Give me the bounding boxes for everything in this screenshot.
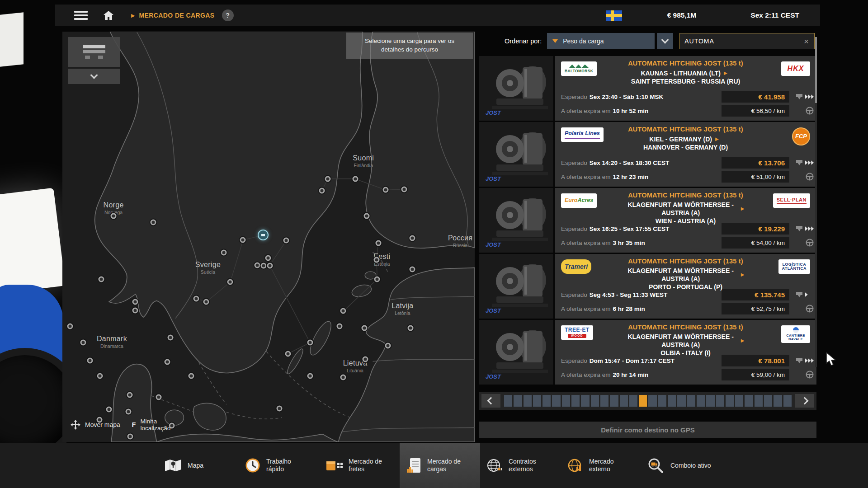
city-marker[interactable] (364, 213, 370, 219)
page-segment[interactable] (610, 395, 618, 407)
city-marker[interactable] (150, 220, 156, 225)
menu-icon[interactable] (74, 11, 88, 20)
page-segment[interactable] (726, 395, 734, 407)
city-marker[interactable] (407, 325, 413, 331)
city-marker[interactable] (227, 279, 233, 285)
cargo-offer[interactable]: JOST Trameri AUTOMATIC HITCHING JOST (13… (479, 254, 816, 319)
city-marker[interactable] (373, 257, 379, 263)
city-marker[interactable] (87, 358, 93, 364)
page-segment[interactable] (677, 395, 685, 407)
help-icon[interactable]: ? (222, 9, 234, 21)
page-segment[interactable] (542, 395, 551, 407)
city-marker[interactable] (203, 299, 209, 305)
offers-scrollbar[interactable] (815, 37, 817, 367)
page-segment[interactable] (524, 395, 532, 407)
city-marker[interactable] (383, 187, 389, 193)
city-marker[interactable] (261, 263, 267, 269)
map-panel[interactable]: NorgeNoruegaSverigeSuéciaSuomiFinlândiaE… (62, 32, 475, 442)
city-marker[interactable] (385, 343, 391, 348)
page-segment[interactable] (764, 395, 772, 407)
set-gps-destination-button[interactable]: Definir como destino no GPS (479, 422, 816, 438)
nav-item-contratos-externos[interactable]: Contratos externos (480, 443, 561, 488)
city-marker[interactable] (401, 186, 407, 192)
city-marker[interactable] (127, 392, 132, 398)
city-marker[interactable] (240, 237, 246, 243)
city-marker[interactable] (164, 359, 170, 365)
clear-search-icon[interactable]: × (803, 37, 810, 46)
city-marker[interactable] (410, 266, 415, 272)
page-segment[interactable] (639, 395, 647, 407)
city-marker[interactable] (125, 408, 131, 414)
city-marker[interactable] (67, 323, 73, 329)
scrollbar-thumb[interactable] (815, 37, 817, 103)
city-marker[interactable] (375, 240, 381, 246)
city-marker[interactable] (285, 351, 291, 357)
page-segment[interactable] (562, 395, 570, 407)
page-segment[interactable] (716, 395, 724, 407)
city-marker[interactable] (267, 263, 273, 268)
city-marker[interactable] (80, 340, 86, 346)
city-marker[interactable] (156, 394, 162, 400)
nav-item-mapa[interactable]: Mapa (158, 443, 239, 488)
page-segment[interactable] (514, 395, 522, 407)
page-segment[interactable] (687, 395, 695, 407)
page-segment[interactable] (774, 395, 782, 407)
player-location-marker[interactable] (258, 230, 269, 240)
page-segment[interactable] (648, 395, 656, 407)
sort-expand-button[interactable] (657, 33, 673, 49)
page-segment[interactable] (552, 395, 560, 407)
city-marker[interactable] (340, 375, 346, 380)
home-icon[interactable] (103, 10, 114, 20)
cargo-offer[interactable]: JOST BALTOMORSK AUTOMATIC HITCHING JOST … (479, 56, 816, 121)
city-marker[interactable] (167, 335, 173, 341)
city-marker[interactable] (97, 373, 103, 379)
nav-item-mercado-de-cargas[interactable]: Mercado de cargas (400, 443, 480, 488)
sort-dropdown[interactable]: Peso da carga (547, 33, 655, 49)
city-marker[interactable] (410, 235, 415, 241)
city-marker[interactable] (352, 176, 358, 182)
city-marker[interactable] (132, 299, 138, 305)
cargo-offer[interactable]: JOST TREE-ETWOOD AUTOMATIC HITCHING JOST… (479, 320, 816, 385)
city-marker[interactable] (325, 176, 331, 182)
city-marker[interactable] (374, 276, 380, 282)
page-segment[interactable] (755, 395, 763, 407)
city-marker[interactable] (340, 308, 346, 314)
page-segment[interactable] (629, 395, 637, 407)
city-marker[interactable] (106, 407, 112, 413)
page-segment[interactable] (745, 395, 753, 407)
city-marker[interactable] (307, 340, 313, 346)
city-marker[interactable] (193, 296, 199, 302)
city-marker[interactable] (132, 308, 138, 314)
nav-item-comboio-ativo[interactable]: Comboio ativo (641, 443, 722, 488)
city-marker[interactable] (189, 373, 194, 379)
city-marker[interactable] (111, 213, 117, 219)
city-marker[interactable] (336, 323, 342, 329)
city-marker[interactable] (276, 406, 282, 412)
city-marker[interactable] (307, 373, 313, 379)
page-segment[interactable] (620, 395, 628, 407)
page-segment[interactable] (533, 395, 541, 407)
nav-item-trabalho-rapido[interactable]: Trabalho rápido (239, 443, 319, 488)
page-segment[interactable] (600, 395, 609, 407)
nav-item-mercado-externo[interactable]: Mercado externo (561, 443, 641, 488)
nav-item-mercado-de-fretes[interactable]: Mercado de fretes (319, 443, 400, 488)
trailer-filter-button[interactable] (68, 37, 120, 67)
prev-page-button[interactable] (481, 394, 500, 408)
city-marker[interactable] (127, 434, 133, 440)
my-location-button[interactable]: Minha localização (140, 418, 182, 432)
collapse-map-tools-button[interactable] (68, 69, 120, 84)
page-segment[interactable] (571, 395, 580, 407)
city-marker[interactable] (319, 188, 325, 194)
page-segment[interactable] (735, 395, 743, 407)
page-segment[interactable] (668, 395, 676, 407)
city-marker[interactable] (221, 250, 226, 256)
city-marker[interactable] (283, 238, 289, 244)
city-marker[interactable] (363, 356, 368, 362)
city-marker[interactable] (255, 262, 260, 268)
page-segment[interactable] (697, 395, 705, 407)
city-marker[interactable] (98, 276, 104, 282)
page-segment[interactable] (783, 395, 792, 407)
page-segment[interactable] (658, 395, 666, 407)
next-page-button[interactable] (795, 394, 814, 408)
cargo-offer[interactable]: JOST EuroAcres AUTOMATIC HITCHING JOST (… (479, 188, 816, 253)
